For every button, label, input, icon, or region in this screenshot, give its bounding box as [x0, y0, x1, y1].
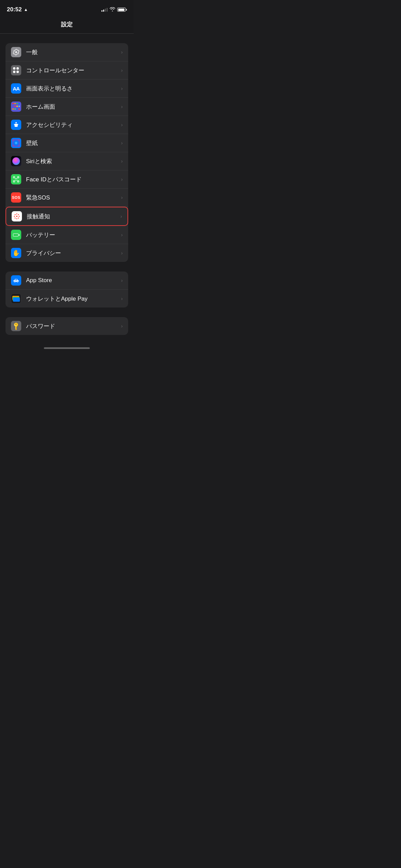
- settings-item-privacy[interactable]: ✋ プライバシー ›: [5, 244, 128, 262]
- passwords-chevron: ›: [121, 323, 123, 329]
- svg-point-0: [15, 122, 17, 123]
- settings-item-wallpaper[interactable]: 壁紙 ›: [5, 134, 128, 152]
- wallpaper-label: 壁紙: [26, 139, 118, 147]
- svg-point-13: [15, 214, 16, 215]
- status-right-icons: [101, 7, 127, 12]
- status-time: 20:52 ▲: [7, 6, 28, 13]
- contact-icon: [12, 211, 22, 221]
- control-center-chevron: ›: [121, 68, 123, 73]
- settings-item-display[interactable]: AA 画面表示と明るさ ›: [5, 80, 128, 98]
- settings-item-wallet[interactable]: ウォレットとApple Pay ›: [5, 290, 128, 308]
- wallpaper-chevron: ›: [121, 140, 123, 146]
- home-bar: [44, 347, 90, 349]
- settings-item-contact[interactable]: 接触通知 ›: [5, 207, 128, 226]
- wallpaper-icon: [11, 138, 21, 148]
- display-icon: AA: [11, 83, 21, 94]
- svg-point-9: [16, 214, 17, 215]
- contact-chevron: ›: [120, 214, 122, 219]
- privacy-chevron: ›: [121, 250, 123, 256]
- location-icon: ▲: [24, 7, 28, 12]
- wallet-icon: [11, 293, 21, 304]
- sos-icon: SOS: [11, 192, 21, 203]
- svg-rect-1: [13, 177, 15, 178]
- sos-chevron: ›: [121, 195, 123, 200]
- settings-group-3: 🔑 パスワード ›: [5, 317, 128, 335]
- display-chevron: ›: [121, 86, 123, 91]
- general-icon: [11, 47, 21, 57]
- page-title: 設定: [61, 21, 73, 28]
- svg-point-14: [18, 214, 19, 215]
- general-chevron: ›: [121, 49, 123, 55]
- contact-label: 接触通知: [27, 213, 118, 220]
- control-center-label: コントロールセンター: [26, 67, 118, 74]
- appstore-icon: [11, 275, 21, 286]
- settings-item-home-screen[interactable]: ホーム画面 ›: [5, 98, 128, 116]
- settings-item-general[interactable]: 一般 ›: [5, 43, 128, 61]
- settings-item-faceid[interactable]: Face IDとパスコード ›: [5, 170, 128, 189]
- svg-point-6: [17, 179, 17, 179]
- settings-item-battery[interactable]: バッテリー ›: [5, 226, 128, 244]
- settings-content: 一般 › コントロールセンター › AA 画面表示と明るさ ›: [0, 34, 134, 335]
- siri-chevron: ›: [121, 158, 123, 164]
- faceid-label: Face IDとパスコード: [26, 176, 118, 183]
- faceid-icon: [11, 174, 21, 184]
- nav-bar: 設定: [0, 17, 134, 34]
- wallet-chevron: ›: [121, 296, 123, 301]
- status-bar: 20:52 ▲: [0, 0, 134, 17]
- battery-label: バッテリー: [26, 231, 118, 239]
- svg-point-5: [15, 179, 16, 179]
- battery-icon: [117, 8, 127, 12]
- appstore-label: App Store: [26, 277, 118, 284]
- settings-item-siri[interactable]: Siriと検索 ›: [5, 152, 128, 170]
- siri-label: Siriと検索: [26, 157, 118, 165]
- battery-chevron: ›: [121, 232, 123, 238]
- wifi-icon: [110, 7, 115, 12]
- svg-point-12: [19, 216, 20, 217]
- battery-item-icon: [11, 230, 21, 240]
- svg-rect-2: [17, 177, 19, 178]
- control-center-icon: [11, 65, 21, 75]
- wallet-label: ウォレットとApple Pay: [26, 295, 118, 303]
- privacy-label: プライバシー: [26, 249, 118, 257]
- privacy-icon: ✋: [11, 248, 21, 258]
- faceid-chevron: ›: [121, 177, 123, 182]
- accessibility-icon: [11, 120, 21, 130]
- display-label: 画面表示と明るさ: [26, 85, 118, 93]
- passwords-label: パスワード: [26, 322, 118, 330]
- time-display: 20:52: [7, 6, 22, 13]
- signal-icon: [101, 8, 108, 12]
- accessibility-chevron: ›: [121, 122, 123, 128]
- svg-point-10: [16, 218, 17, 219]
- svg-point-8: [16, 216, 17, 217]
- settings-item-passwords[interactable]: 🔑 パスワード ›: [5, 317, 128, 335]
- svg-rect-4: [17, 181, 19, 182]
- appstore-chevron: ›: [121, 278, 123, 283]
- svg-rect-3: [13, 181, 15, 182]
- svg-point-15: [15, 217, 16, 218]
- home-screen-icon: [11, 101, 21, 112]
- settings-item-appstore[interactable]: App Store ›: [5, 272, 128, 290]
- sos-label: 緊急SOS: [26, 194, 118, 202]
- settings-group-1: 一般 › コントロールセンター › AA 画面表示と明るさ ›: [5, 43, 128, 262]
- settings-item-control-center[interactable]: コントロールセンター ›: [5, 61, 128, 80]
- passwords-icon: 🔑: [11, 321, 21, 331]
- svg-point-11: [14, 216, 15, 217]
- settings-item-sos[interactable]: SOS 緊急SOS ›: [5, 189, 128, 207]
- svg-point-16: [18, 217, 19, 218]
- settings-item-accessibility[interactable]: アクセシビリティ ›: [5, 116, 128, 134]
- accessibility-label: アクセシビリティ: [26, 121, 118, 129]
- siri-icon: [11, 156, 21, 166]
- home-screen-label: ホーム画面: [26, 103, 118, 111]
- home-indicator: [0, 345, 134, 351]
- home-screen-chevron: ›: [121, 104, 123, 109]
- general-label: 一般: [26, 48, 118, 56]
- settings-group-2: App Store › ウォレットとApple Pay ›: [5, 272, 128, 308]
